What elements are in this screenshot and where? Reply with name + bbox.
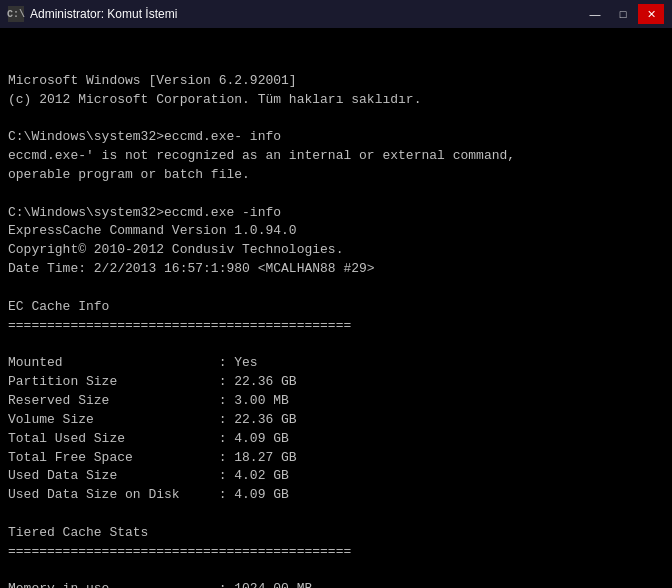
- window: C:\ Administrator: Komut İstemi — □ ✕ Mi…: [0, 0, 672, 588]
- terminal-icon: C:\: [8, 6, 24, 22]
- title-bar-controls: — □ ✕: [582, 4, 664, 24]
- close-button[interactable]: ✕: [638, 4, 664, 24]
- minimize-button[interactable]: —: [582, 4, 608, 24]
- title-bar-left: C:\ Administrator: Komut İstemi: [8, 6, 177, 22]
- maximize-button[interactable]: □: [610, 4, 636, 24]
- window-title: Administrator: Komut İstemi: [30, 7, 177, 21]
- terminal-output: Microsoft Windows [Version 6.2.92001] (c…: [0, 28, 672, 588]
- terminal-content: Microsoft Windows [Version 6.2.92001] (c…: [8, 72, 664, 588]
- title-bar: C:\ Administrator: Komut İstemi — □ ✕: [0, 0, 672, 28]
